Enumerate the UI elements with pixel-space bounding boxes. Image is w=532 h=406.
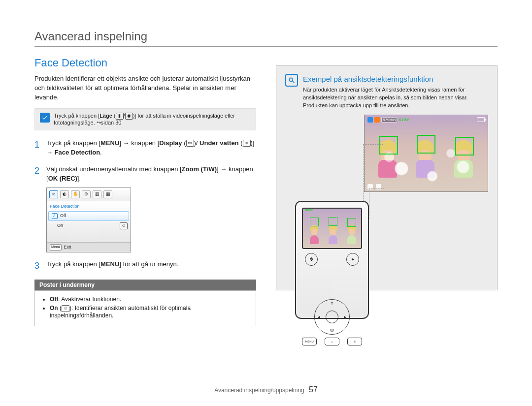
menu-button-icon: Menu — [50, 244, 62, 250]
video-mode-icon: ▮ — [116, 113, 124, 120]
connector-line — [363, 144, 383, 145]
step-number: 3 — [34, 259, 41, 273]
svg-point-0 — [289, 78, 293, 81]
mode-note: Tryck på knappen [Läge (▮/◉)] för att st… — [34, 108, 256, 130]
face-detect-icon: ☺ — [62, 305, 69, 312]
page-footer: Avancerad inspelning/uppspelning 57 — [0, 385, 532, 394]
menu-tab-icon: ▥ — [93, 190, 101, 198]
osd-top: 579Min STBY — [367, 117, 409, 123]
menu-tab-icon: ◐ — [60, 190, 69, 198]
camcorder-screen: STBY — [302, 208, 362, 249]
step-3: 3 Tryck på knappen [MENU] för att gå ur … — [34, 259, 256, 273]
menu-option-off: Off — [48, 211, 129, 221]
face-detect-icon: ☺ — [120, 222, 128, 229]
connector-line — [369, 188, 369, 219]
camcorder-buttons: ⏻ ▶ T W ◄ ► — [302, 253, 362, 311]
submenu-off: Off: Avaktiverar funktionen. — [50, 296, 249, 303]
cam-dpad: T W ◄ ► — [314, 299, 350, 335]
cam-button: ⎚ — [347, 338, 362, 345]
check-icon — [40, 113, 50, 123]
submenu-on: On (☺): Identifierar ansikten automatisk… — [50, 305, 249, 319]
cam-button: ▶ — [346, 253, 359, 266]
page-number: 57 — [309, 385, 318, 394]
checkmark-icon — [52, 213, 58, 219]
screen-preview: 579Min STBY — [364, 115, 488, 192]
display-icon: ▭ — [186, 140, 194, 147]
menu-option-on: On ☺ — [47, 221, 131, 230]
cam-button: ⏻ — [305, 253, 318, 266]
right-column: Exempel på ansiktsdetekteringsfunktion N… — [276, 57, 498, 326]
submenu-header: Poster i undermeny — [34, 280, 256, 290]
camcorder-illustration: STBY ⏻ ▶ T W — [295, 201, 369, 319]
menu-header: Face Detection — [47, 202, 131, 211]
left-column: Face Detection Produkten identifierar et… — [34, 57, 256, 326]
face-box — [417, 135, 435, 154]
svg-line-1 — [293, 81, 295, 83]
step-number: 2 — [34, 164, 41, 253]
submenu-items: Off: Avaktiverar funktionen. On (☺): Ide… — [34, 290, 256, 326]
magnifier-icon — [285, 74, 298, 87]
osd-time: 579Min — [381, 117, 397, 123]
intro-paragraph: Produkten identifierar ett objekts ansik… — [34, 74, 256, 102]
cam-button: ⌂ — [325, 338, 339, 345]
menu-tab-icon: ⊕ — [82, 190, 91, 198]
connector-line — [369, 188, 384, 189]
section-title: Face Detection — [34, 57, 256, 69]
face-box — [455, 137, 474, 156]
battery-icon — [477, 117, 485, 122]
osd-stby: STBY — [305, 209, 313, 212]
face-box — [379, 136, 398, 155]
menu-tab-icon: ✋ — [71, 190, 80, 198]
cam-button: MENU — [302, 338, 317, 345]
example-title: Exempel på ansiktsdetekteringsfunktion — [303, 75, 488, 83]
menu-tab-icon: ▦ — [103, 190, 112, 198]
osd-icon — [367, 117, 373, 123]
example-panel: Exempel på ansiktsdetekteringsfunktion N… — [276, 65, 498, 290]
camera-menu-screenshot: ☺ ◐ ✋ ⊕ ▥ ▦ Face Detection — [46, 187, 131, 253]
example-text: När produkten aktiverar läget för Ansikt… — [303, 86, 488, 110]
osd-icon — [374, 117, 380, 123]
step-number: 1 — [34, 138, 41, 157]
osd-stby: STBY — [399, 118, 409, 122]
underwater-icon: ⎈ — [243, 140, 251, 147]
step-1: 1 Tryck på knappen [MENU] → knappen [Dis… — [34, 138, 256, 157]
menu-tab-icon: ☺ — [49, 190, 58, 198]
chapter-title: Avancerad inspelning — [34, 30, 498, 47]
photo-mode-icon: ◉ — [125, 113, 133, 120]
step-2: 2 Välj önskat undermenyalternativ med kn… — [34, 164, 256, 253]
